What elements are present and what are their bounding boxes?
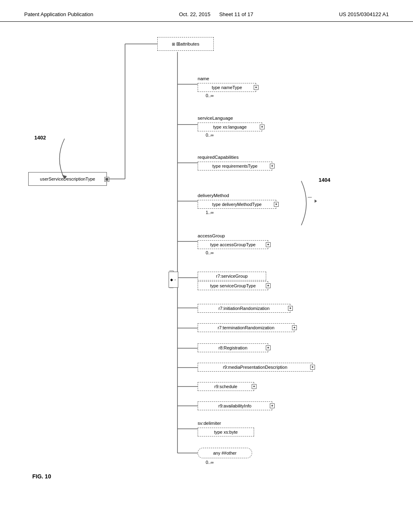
delivery-method-type-label: type deliveryMethodType [212,202,261,207]
any-other-label: any ##other [213,451,236,455]
ref-1402: 1402 [34,135,46,141]
r9-availability-label: r9:availabilityInfo [219,403,252,408]
r9-media-box: r9:mediaPresentationDescription + [198,363,313,372]
access-group-type-label: type accessGroupType [210,242,256,247]
required-capabilities-type-label: type requirementsType [213,164,258,168]
any-cardinality: 0..∞ [206,460,214,465]
any-other-box: any ##other [198,448,252,458]
expand-r9a: + [270,403,275,408]
expand-r9mp: + [310,365,315,370]
attributes-box: ⊞⊞attributes [157,37,214,51]
expand-rc: + [270,164,275,168]
expand-name: + [254,85,259,90]
page: Patent Application Publication Oct. 22, … [0,0,413,532]
sv-delimiter-type-label: type xs:byte [214,430,238,434]
expand-r8: + [266,345,271,350]
header-date: Oct. 22, 2015 [179,11,211,17]
attributes-label: ⊞⊞attributes [172,41,199,47]
page-header: Patent Application Publication Oct. 22, … [0,0,413,22]
r7-termination-label: r7:terminationRandomization [218,325,275,330]
sv-delimiter-type-box: type xs:byte [198,428,254,436]
header-sheet: Sheet 11 of 17 [219,11,253,17]
expand-dm: + [274,202,279,207]
r7-service-group-label-box: r7:serviceGroup [198,272,266,281]
name-type-box: type nameType + [198,83,256,92]
r7-initiation-box: r7:initiationRandomization + [198,304,290,313]
expand-r7ir: + [288,306,293,311]
diagram-area: ⊞⊞attributes userServiceDescriptionType … [0,22,413,505]
expand-r7tr: + [292,325,297,330]
delivery-method-label: deliveryMethod [198,193,229,198]
r7-service-group-type-box: type serviceGroupType + [198,281,268,290]
delivery-method-indicator [308,197,312,197]
expand-r9s: + [252,384,257,389]
delivery-method-type-box: type deliveryMethodType + [198,200,276,209]
access-group-cardinality: 0..∞ [206,250,214,255]
access-group-type-box: type accessGroupType + [198,240,268,249]
name-type-label: type nameType [212,85,242,90]
header-left: Patent Application Publication [24,11,93,17]
r9-media-label: r9:mediaPresentationDescription [223,365,288,370]
expand-r7sg: + [266,283,271,288]
required-capabilities-label: requiredCapabilities [198,155,239,160]
r7-service-group-label: r7:serviceGroup [216,274,248,278]
expand-ag: + [266,242,271,247]
r9-schedule-label: r9:schedule [215,384,238,389]
r7-termination-box: r7:terminationRandomization + [198,323,294,332]
service-language-type-box: type xs:language + [198,123,262,131]
header-center: Oct. 22, 2015 Sheet 11 of 17 [179,11,253,17]
required-capabilities-type-box: type requirementsType + [198,162,272,170]
ref-1404: 1404 [319,177,330,183]
brace-1402 [52,137,69,181]
figure-label: FIG. 10 [32,473,51,480]
r9-schedule-box: r9:schedule + [198,382,254,391]
access-group-label: accessGroup [198,233,225,238]
expand-icon-usd: ⊞ [104,177,109,182]
name-label: name [198,76,209,81]
service-language-label: serviceLanguage [198,116,233,121]
sequence-connector: ◆→ [169,272,178,288]
brace-1404 [299,179,319,225]
svg-marker-25 [62,175,67,179]
r7-initiation-label: r7:initiationRandomization [219,306,270,311]
expand-sl: + [260,125,265,129]
header-right: US 2015/0304122 A1 [339,11,389,17]
r9-availability-box: r9:availabilityInfo + [198,401,272,410]
sv-delimiter-label: sv:delimiter [198,421,221,426]
service-language-type-label: type xs:language [213,125,246,129]
r8-registration-box: r8:Registration + [198,343,268,352]
r7-service-group-type-label: type serviceGroupType [210,283,256,288]
r8-registration-label: r8:Registration [219,345,248,350]
service-language-cardinality: 0..∞ [206,133,214,137]
name-cardinality: 0..∞ [206,93,214,98]
delivery-method-cardinality: 1..∞ [206,210,214,215]
